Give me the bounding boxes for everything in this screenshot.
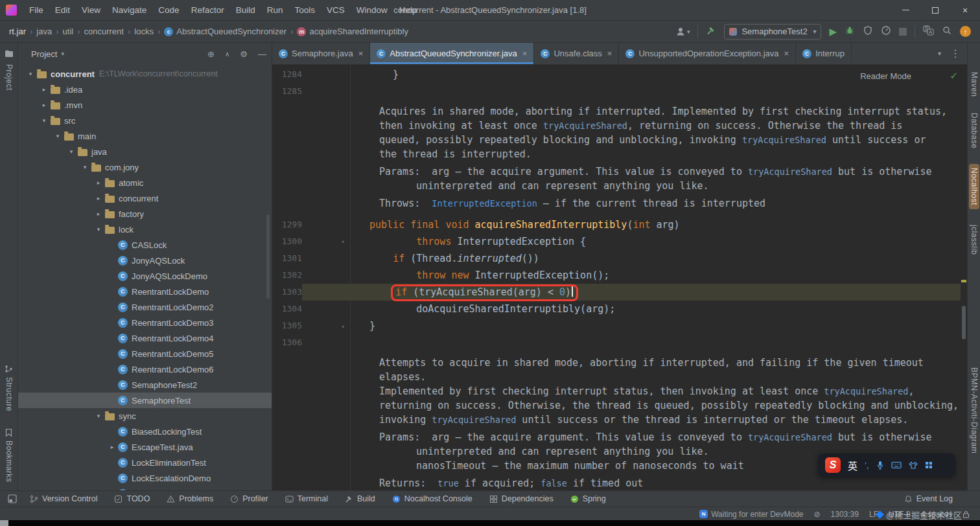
breadcrumb-item-java[interactable]: java <box>36 27 52 36</box>
menu-run[interactable]: Run <box>261 0 289 20</box>
tree-item-reentrantlockdemo5[interactable]: CReentrantLockDemo5 <box>18 346 272 361</box>
tool-button-problems[interactable]: Problems <box>167 494 213 503</box>
ime-skin-icon[interactable] <box>909 461 918 469</box>
code-editor[interactable]: 1284 }1285Acquires in shared mode, abort… <box>272 65 961 490</box>
tree-item-lockescalationdemo[interactable]: CLockEscalationDemo <box>18 470 272 486</box>
tree-item-concurrent[interactable]: ▸concurrent <box>18 190 272 206</box>
menu-code[interactable]: Code <box>152 0 185 20</box>
code-line-1285[interactable]: 1285 <box>272 83 961 100</box>
code-line-1284[interactable]: 1284 } <box>272 66 961 83</box>
tree-item-semaphonetest2[interactable]: CSemaphoneTest2 <box>18 377 272 393</box>
tab-options-icon[interactable]: ⋮ <box>950 47 961 60</box>
minimize-button[interactable] <box>891 0 920 21</box>
menu-refactor[interactable]: Refactor <box>185 0 230 20</box>
maximize-button[interactable] <box>920 0 950 21</box>
menu-view[interactable]: View <box>76 0 106 20</box>
tree-item-com-jony[interactable]: ▾com.jony <box>18 159 272 175</box>
breadcrumb-item-concurrent[interactable]: concurrent <box>84 27 124 36</box>
tree-arrow-icon[interactable]: ▾ <box>38 117 50 124</box>
tree-arrow-icon[interactable]: ▾ <box>93 226 104 233</box>
fold-marker[interactable] <box>302 216 350 233</box>
tool-button-dependencies[interactable]: Dependencies <box>489 494 554 503</box>
sogou-logo-icon[interactable]: S <box>825 457 841 473</box>
tree-arrow-icon[interactable]: ▸ <box>93 179 104 186</box>
tool-button-todo[interactable]: TODO <box>114 494 150 503</box>
code-line-1306[interactable]: 1306 <box>272 334 961 351</box>
tree-item-concurrent[interactable]: ▾concurrentE:\TLWork\concurrent\concurre… <box>18 66 272 82</box>
input-method-bar[interactable]: S 英 ’, <box>818 453 955 477</box>
breadcrumb-item-rt-jar[interactable]: rt.jar <box>9 27 26 36</box>
tree-item-caslock[interactable]: CCASLock <box>18 237 272 253</box>
tool-button-jclasslib[interactable]: jclasslib <box>970 225 979 255</box>
fold-marker[interactable] <box>302 284 350 301</box>
fold-marker[interactable] <box>302 83 350 100</box>
scrollbar-thumb[interactable] <box>962 306 966 339</box>
project-scrollbar[interactable] <box>266 214 270 299</box>
build-hammer-icon[interactable] <box>706 25 716 38</box>
code-line-1299[interactable]: 1299public final void acquireSharedInter… <box>272 216 961 233</box>
close-tab-icon[interactable]: × <box>784 49 789 58</box>
ime-toolbox-icon[interactable] <box>925 461 933 469</box>
tree-item-reentrantlockdemo3[interactable]: CReentrantLockDemo3 <box>18 315 272 330</box>
tool-button-structure[interactable]: Structure <box>5 365 14 411</box>
fold-marker[interactable] <box>302 66 350 83</box>
tool-button-database[interactable]: Database <box>970 113 979 148</box>
tree-item-main[interactable]: ▾main <box>18 128 272 144</box>
project-view-select[interactable]: Project <box>31 49 57 59</box>
tree-item-java[interactable]: ▾java <box>18 144 272 159</box>
editor-tab-unsafe-class[interactable]: CUnsafe.class× <box>534 43 619 64</box>
inspections-ok-icon[interactable]: ✓ <box>950 70 958 82</box>
tree-item--idea[interactable]: ▸.idea <box>18 82 272 97</box>
fold-marker[interactable] <box>302 250 350 267</box>
tool-button-bpmn-activiti-diagram[interactable]: BPMN-Activiti-Diagram <box>970 367 979 453</box>
tree-item-reentrantlockdemo2[interactable]: CReentrantLockDemo2 <box>18 299 272 315</box>
locate-file-icon[interactable]: ⊕ <box>207 49 215 59</box>
tool-button-spring[interactable]: Spring <box>570 494 606 503</box>
tool-button-nocalhost-console[interactable]: NNocalhost Console <box>392 494 472 503</box>
close-tab-icon[interactable]: × <box>358 49 364 58</box>
tree-item-semaphoretest[interactable]: CSemaphoreTest <box>18 393 272 408</box>
tree-item-reentrantlockdemo4[interactable]: CReentrantLockDemo4 <box>18 330 272 346</box>
tool-button-nocalhost[interactable]: Nocalhost <box>969 164 979 209</box>
menu-file[interactable]: File <box>23 0 49 20</box>
editor-tab-interrup[interactable]: CInterrup <box>796 43 852 64</box>
collapse-all-icon[interactable]: ∧ <box>225 51 229 58</box>
update-notification-icon[interactable]: ↑ <box>960 26 971 37</box>
menu-navigate[interactable]: Navigate <box>106 0 152 20</box>
debug-button[interactable] <box>845 25 855 38</box>
tool-button-bookmarks[interactable]: Bookmarks <box>5 428 14 483</box>
devmode-status[interactable]: N Waiting for enter DevMode <box>699 510 803 519</box>
user-account-icon[interactable]: ▾ <box>675 27 690 37</box>
tree-item-reentrantlockdemo[interactable]: CReentrantLockDemo <box>18 284 272 299</box>
editor-tab-semaphore-java[interactable]: CSemaphore.java× <box>272 43 370 64</box>
tree-item-sync[interactable]: ▾sync <box>18 408 272 424</box>
breadcrumb-item-locks[interactable]: locks <box>134 27 154 36</box>
code-line-1304[interactable]: 1304 doAcquireSharedInterruptibly(arg); <box>272 301 961 317</box>
tool-button-project[interactable]: Project <box>5 64 14 91</box>
tree-item-escapetest-java[interactable]: ▸CEscapeTest.java <box>18 439 272 455</box>
ime-keyboard-icon[interactable] <box>891 461 902 469</box>
tool-windows-toggle-icon[interactable] <box>8 494 17 503</box>
reader-mode-toggle[interactable]: Reader Mode <box>860 71 911 81</box>
fold-marker[interactable] <box>302 301 350 317</box>
tree-item-lockescalationdemo2[interactable]: CLockEscalationDemo2 <box>18 486 272 490</box>
ime-microphone-icon[interactable] <box>876 461 884 470</box>
menu-vcs[interactable]: VCS <box>321 0 351 20</box>
tool-button-terminal[interactable]: Terminal <box>285 494 328 503</box>
tree-arrow-icon[interactable]: ▾ <box>25 71 36 77</box>
settings-gear-icon[interactable]: ⚙ <box>240 49 248 59</box>
tree-arrow-icon[interactable]: ▸ <box>106 444 118 450</box>
hide-panel-icon[interactable]: — <box>258 49 266 59</box>
breadcrumb-item-util[interactable]: util <box>63 27 74 36</box>
code-line-1302[interactable]: 1302 throw new InterruptedException(); <box>272 267 961 284</box>
close-tab-icon[interactable]: × <box>607 49 612 58</box>
tree-arrow-icon[interactable]: ▾ <box>79 164 91 170</box>
tree-item-biasedlockingtest[interactable]: CBiasedLockingTest <box>18 424 272 439</box>
close-button[interactable]: × <box>950 0 980 21</box>
tree-item-jonyaqslock[interactable]: CJonyAQSLock <box>18 253 272 268</box>
code-line-1301[interactable]: 1301 if (Thread.interrupted()) <box>272 250 961 267</box>
tree-item-factory[interactable]: ▸factory <box>18 206 272 222</box>
menu-help[interactable]: Help <box>393 0 423 20</box>
tree-item-jonyaqslockdemo[interactable]: CJonyAQSLockDemo <box>18 268 272 284</box>
hidden-tabs-icon[interactable]: ▾ <box>938 50 941 57</box>
